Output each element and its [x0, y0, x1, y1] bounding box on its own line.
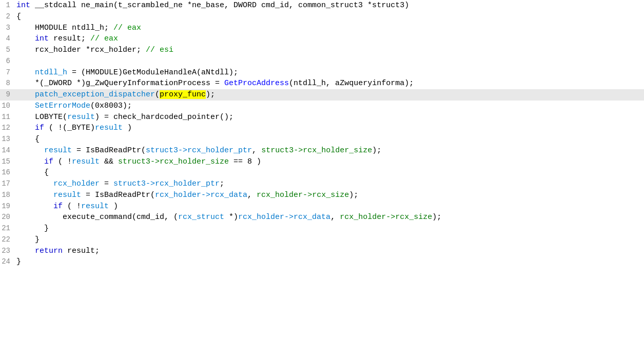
line-number: 9 — [0, 89, 14, 99]
code-line: 24} — [0, 256, 644, 268]
line-content: patch_exception_dispatcher(proxy_func); — [14, 89, 644, 101]
code-line: 8 *(_DWORD *)g_ZwQueryInformationProcess… — [0, 78, 644, 89]
code-line: 17 rcx_holder = struct3->rcx_holder_ptr; — [0, 178, 644, 190]
line-number: 16 — [0, 167, 14, 177]
line-number: 11 — [0, 112, 14, 122]
line-number: 7 — [0, 67, 14, 77]
code-line: 10 SetErrorMode(0x8003); — [0, 101, 644, 112]
line-number: 19 — [0, 201, 14, 211]
line-content: { — [14, 167, 644, 178]
code-line: 21 } — [0, 223, 644, 234]
line-content: int __stdcall ne_main(t_scrambled_ne *ne… — [14, 0, 644, 11]
line-content: return result; — [14, 246, 644, 257]
line-number: 8 — [0, 78, 14, 88]
line-number: 15 — [0, 156, 14, 167]
line-number: 17 — [0, 178, 14, 189]
line-number: 22 — [0, 234, 14, 245]
line-number: 21 — [0, 223, 14, 233]
line-number: 13 — [0, 134, 14, 144]
line-content: result = IsBadReadPtr(rcx_holder->rcx_da… — [14, 190, 644, 201]
line-content: result = IsBadReadPtr(struct3->rcx_holde… — [14, 145, 644, 156]
line-content: } — [14, 256, 644, 268]
line-number: 6 — [0, 56, 14, 66]
line-content: { — [14, 11, 644, 23]
code-line: 2{ — [0, 11, 644, 23]
code-line: 14 result = IsBadReadPtr(struct3->rcx_ho… — [0, 145, 644, 156]
code-line: 16 { — [0, 167, 644, 178]
code-line: 20 execute_command(cmd_id, (rcx_struct *… — [0, 212, 644, 223]
line-content: if ( !(_BYTE)result ) — [14, 123, 644, 134]
code-line: 13 { — [0, 134, 644, 145]
line-content: int result; // eax — [14, 33, 644, 45]
line-content: if ( !result ) — [14, 201, 644, 212]
code-line: 22 } — [0, 234, 644, 246]
code-line: 7 ntdll_h = (HMODULE)GetModuleHandleA(aN… — [0, 67, 644, 78]
code-line: 4 int result; // eax — [0, 33, 644, 45]
line-content: HMODULE ntdll_h; // eax — [14, 23, 644, 34]
code-editor: 1int __stdcall ne_main(t_scrambled_ne *n… — [0, 0, 644, 361]
line-content: { — [14, 134, 644, 145]
line-number: 24 — [0, 256, 14, 267]
code-line: 3 HMODULE ntdll_h; // eax — [0, 23, 644, 34]
line-content: rcx_holder *rcx_holder; // esi — [14, 45, 644, 56]
code-line: 11 LOBYTE(result) = check_hardcoded_poin… — [0, 112, 644, 123]
line-content: } — [14, 223, 644, 234]
line-number: 18 — [0, 190, 14, 200]
line-content: rcx_holder = struct3->rcx_holder_ptr; — [14, 178, 644, 190]
code-line: 5 rcx_holder *rcx_holder; // esi — [0, 45, 644, 56]
code-line: 6 — [0, 56, 644, 67]
line-number: 14 — [0, 145, 14, 155]
line-number: 2 — [0, 11, 14, 22]
line-content: if ( !result && struct3->rcx_holder_size… — [14, 156, 644, 168]
line-number: 4 — [0, 33, 14, 44]
line-content: SetErrorMode(0x8003); — [14, 101, 644, 112]
line-content: *(_DWORD *)g_ZwQueryInformationProcess =… — [14, 78, 644, 89]
line-number: 3 — [0, 23, 14, 33]
line-number: 10 — [0, 101, 14, 111]
line-number: 12 — [0, 123, 14, 133]
line-number: 20 — [0, 212, 14, 222]
code-line: 15 if ( !result && struct3->rcx_holder_s… — [0, 156, 644, 168]
line-content: ntdll_h = (HMODULE)GetModuleHandleA(aNtd… — [14, 67, 644, 78]
code-line: 23 return result; — [0, 246, 644, 257]
code-line: 18 result = IsBadReadPtr(rcx_holder->rcx… — [0, 190, 644, 201]
line-content: execute_command(cmd_id, (rcx_struct *)rc… — [14, 212, 644, 223]
code-line: 12 if ( !(_BYTE)result ) — [0, 123, 644, 134]
code-line: 19 if ( !result ) — [0, 201, 644, 212]
line-number: 5 — [0, 45, 14, 55]
line-content: LOBYTE(result) = check_hardcoded_pointer… — [14, 112, 644, 123]
line-number: 1 — [0, 0, 14, 10]
line-content: } — [14, 234, 644, 246]
code-line: 1int __stdcall ne_main(t_scrambled_ne *n… — [0, 0, 644, 11]
line-number: 23 — [0, 246, 14, 256]
code-line: 9 patch_exception_dispatcher(proxy_func)… — [0, 89, 644, 101]
